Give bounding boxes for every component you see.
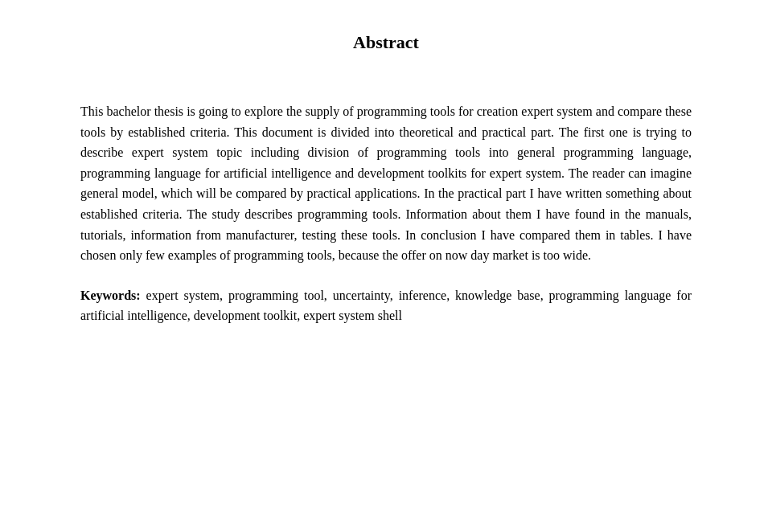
keywords-text: expert system, programming tool, uncerta… — [80, 289, 692, 323]
keywords-label: Keywords: — [80, 289, 141, 302]
page: Abstract This bachelor thesis is going t… — [0, 0, 772, 532]
page-title: Abstract — [80, 32, 692, 53]
keywords-section: Keywords: expert system, programming too… — [80, 285, 692, 326]
abstract-body: This bachelor thesis is going to explore… — [80, 101, 692, 266]
